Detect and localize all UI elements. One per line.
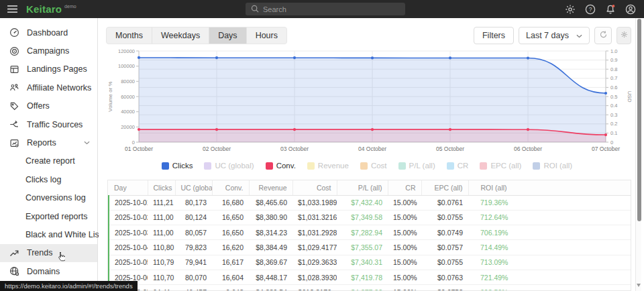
table-cell: $1,031.3216 (292, 210, 337, 225)
app-logo[interactable]: Keitaro demo (26, 0, 76, 18)
table-cell: $612.3170 (292, 285, 337, 291)
chevron-down-icon (576, 31, 582, 40)
tab-weekdays[interactable]: Weekdays (152, 27, 209, 44)
table-cell: 714.49% (468, 240, 631, 255)
chart-settings-button[interactable] (616, 27, 631, 44)
dashboard-icon (9, 27, 19, 38)
table-cell: $7,355.07 (337, 240, 388, 255)
sidebar-item-domains[interactable]: Domains (0, 262, 97, 280)
table-cell: $0.0758 (421, 285, 468, 291)
reports-icon (9, 138, 19, 148)
column-header-clicks[interactable]: Clicks (148, 180, 175, 195)
offers-icon (9, 101, 19, 111)
svg-text:?: ? (589, 6, 592, 13)
column-header-cost[interactable]: Cost (292, 180, 337, 195)
svg-text:0: 0 (610, 139, 613, 146)
search-input[interactable] (263, 5, 390, 13)
sidebar-item-affiliate-networks[interactable]: Affiliate Networks (0, 78, 97, 97)
legend-label: Revenue (318, 162, 349, 170)
legend-item-clicks[interactable]: Clicks (162, 162, 193, 170)
brand-badge: demo (64, 4, 76, 9)
legend-item-epc-all[interactable]: EPC (all) (480, 162, 521, 170)
scrollbar-down-arrow[interactable] (637, 284, 641, 287)
search-box[interactable] (246, 3, 405, 15)
date-range-select[interactable]: Last 7 days (519, 27, 590, 44)
column-header-epc-all[interactable]: EPC (all) (421, 180, 468, 195)
sidebar-item-black-and-white-lists[interactable]: Black and White Lists (0, 225, 97, 243)
scrollbar-thumb[interactable] (637, 19, 641, 221)
sidebar-item-conversions-log[interactable]: Conversions log (0, 189, 97, 207)
table-body: 2025-10-01111,2180,17316,680$8,465.60$1,… (109, 195, 631, 291)
notifications-icon[interactable] (605, 4, 616, 15)
legend-item-conv[interactable]: Conv. (266, 162, 296, 170)
sidebar-item-trends[interactable]: Trends (0, 244, 97, 262)
table-cell: 698.50% (468, 285, 631, 291)
legend-label: Conv. (276, 162, 296, 170)
table-cell: $1,028.3930 (292, 270, 337, 284)
gear-icon (621, 31, 628, 40)
svg-text:0: 0 (132, 139, 135, 146)
table-cell: 110,79 (148, 255, 175, 270)
legend-item-roi-all[interactable]: ROI (all) (533, 162, 572, 170)
table-cell: 2025-10-04 (109, 240, 148, 255)
brand-name: Keitaro (26, 0, 62, 18)
settings-icon[interactable] (565, 4, 576, 15)
sidebar-item-campaigns[interactable]: Campaigns (0, 42, 97, 60)
legend-swatch (204, 162, 211, 170)
refresh-button[interactable] (594, 27, 612, 44)
table-cell: 2025-10-05 (109, 255, 148, 270)
sidebar-item-reports[interactable]: Reports (0, 133, 97, 152)
status-url-tooltip: https://demo.keitaro.io/admin/#!/trends/… (0, 281, 138, 291)
account-icon[interactable] (625, 4, 636, 15)
column-header-revenue[interactable]: Revenue (249, 180, 292, 195)
topbar: Keitaro demo ? (0, 0, 644, 18)
legend-item-revenue[interactable]: Revenue (307, 162, 349, 170)
column-header-p-l-all[interactable]: P/L (all) (337, 180, 388, 195)
toolbar: MonthsWeekdaysDaysHours Filters Last 7 d… (106, 27, 631, 44)
tab-months[interactable]: Months (107, 27, 152, 44)
table-cell: $7,419.78 (337, 270, 388, 284)
affiliate-icon (9, 82, 19, 93)
sidebar-item-label: Create report (25, 156, 75, 166)
sidebar-item-clicks-log[interactable]: Clicks log (0, 170, 97, 188)
sidebar-item-dashboard[interactable]: Dashboard (0, 23, 97, 42)
table-cell: 15.00% (388, 240, 421, 255)
help-icon[interactable]: ? (585, 4, 596, 15)
chart-canvas[interactable]: 00.10.20.30.40.50.60.70.80.91.0020000400… (105, 48, 635, 156)
tab-days[interactable]: Days (209, 27, 246, 44)
column-header-day[interactable]: Day (109, 180, 148, 195)
table-cell: 9,648 (212, 285, 249, 291)
column-header-conv[interactable]: Conv. (212, 180, 249, 195)
sidebar-item-label: Dashboard (27, 28, 68, 38)
landings-icon (9, 64, 19, 74)
column-header-cr[interactable]: CR (388, 180, 421, 195)
tab-hours[interactable]: Hours (246, 27, 286, 44)
table-cell: 2025-10-02 (109, 210, 148, 225)
sidebar-item-label: Clicks log (25, 175, 62, 184)
table-cell: $0.0761 (421, 195, 468, 210)
sidebar-item-label: Offers (27, 101, 50, 111)
sidebar-item-create-report[interactable]: Create report (0, 152, 97, 170)
sidebar-item-landings-pages[interactable]: Landings Pages (0, 60, 97, 78)
column-header-uc-global[interactable]: UC (global) (175, 180, 212, 195)
sidebar-item-offers[interactable]: Offers (0, 97, 97, 115)
legend-item-cr[interactable]: CR (447, 162, 469, 170)
page-scrollbar[interactable] (635, 18, 641, 291)
svg-text:0.9: 0.9 (610, 57, 617, 63)
table-row: 2025-10-05110,7979,94116,617$8,369.67$1,… (109, 255, 631, 270)
legend-swatch (360, 162, 368, 170)
sidebar-item-exported-reports[interactable]: Exported reports (0, 207, 97, 225)
legend-item-cost[interactable]: Cost (360, 162, 387, 170)
svg-text:0.5: 0.5 (610, 94, 617, 100)
sidebar-item-traffic-sources[interactable]: Traffic Sources (0, 115, 97, 133)
campaigns-icon (9, 46, 19, 56)
legend-item-p-l-all[interactable]: P/L (all) (398, 162, 435, 170)
table-cell: 2025-10-03 (109, 225, 148, 240)
table-cell: $8,369.67 (249, 255, 292, 270)
table-cell: $7,282.94 (337, 225, 388, 240)
column-header-roi-all[interactable]: ROI (all) (468, 180, 631, 195)
legend-item-uc-global[interactable]: UC (global) (204, 162, 254, 170)
filters-button[interactable]: Filters (474, 27, 514, 44)
legend-swatch (533, 162, 540, 170)
menu-icon[interactable] (7, 5, 18, 13)
